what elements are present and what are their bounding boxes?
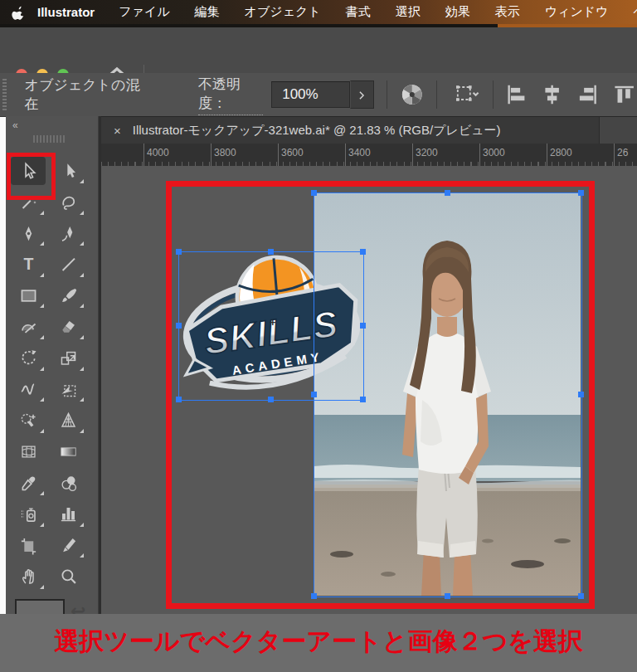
align-left-button[interactable]	[503, 82, 529, 107]
hruler-label: 4000	[147, 147, 169, 158]
blend-tool[interactable]	[51, 469, 85, 497]
apple-icon[interactable]	[12, 4, 26, 21]
gradient-tool-icon	[59, 442, 78, 461]
control-bar: オブジェクトの混在 不透明度： 100%	[0, 73, 637, 118]
line-segment-tool-icon	[59, 255, 78, 274]
desktop-background-strip	[0, 117, 6, 614]
menu-app-name[interactable]: Illustrator	[26, 5, 106, 19]
menu-bar: Illustrator ファイル編集オブジェクト書式選択効果表示ウィンドウヘルプ	[0, 0, 637, 24]
caption-bar: 選択ツールでベクターアートと画像２つを選択	[0, 614, 637, 672]
transform-options-button[interactable]	[450, 82, 483, 107]
free-transform-tool-icon	[59, 380, 78, 399]
menu-item-ヘルプ[interactable]: ヘルプ	[620, 4, 637, 20]
horizontal-ruler[interactable]: 400038003600340032003000280026	[101, 144, 637, 167]
artboard-tool[interactable]	[11, 531, 46, 559]
perspective-grid-tool-icon	[59, 411, 78, 430]
shape-builder-tool-icon	[19, 411, 38, 430]
pen-tool-icon	[19, 224, 38, 243]
hruler-label: 2800	[550, 147, 572, 158]
slice-tool[interactable]	[51, 531, 85, 559]
zoom-tool[interactable]	[51, 562, 85, 591]
menu-item-選択[interactable]: 選択	[383, 4, 433, 20]
align-top-button[interactable]	[611, 82, 637, 107]
scale-tool[interactable]	[51, 344, 85, 373]
type-tool-icon: T	[19, 255, 38, 274]
annotation-selection-tool-box	[7, 153, 56, 200]
lasso-tool-icon	[59, 192, 78, 212]
opacity-link[interactable]: 不透明度：	[198, 75, 263, 115]
eyedropper-tool[interactable]	[11, 469, 46, 497]
tools-panel-grip[interactable]	[33, 135, 65, 143]
hruler-label: 26	[617, 147, 628, 158]
free-transform-tool[interactable]	[51, 375, 85, 403]
hruler-label: 3200	[416, 147, 438, 158]
document-title: Illustrator-モックアップ-321web.ai* @ 21.83 % …	[133, 123, 501, 139]
paintbrush-tool[interactable]	[51, 281, 85, 309]
shaper-tool[interactable]	[11, 313, 46, 341]
column-graph-tool-icon	[59, 504, 78, 523]
pen-tool[interactable]	[11, 219, 46, 247]
menu-item-編集[interactable]: 編集	[182, 4, 232, 20]
rectangle-tool[interactable]	[11, 281, 46, 309]
divider	[436, 80, 437, 109]
symbol-sprayer-tool[interactable]	[11, 500, 46, 528]
opacity-input[interactable]: 100%	[271, 81, 350, 108]
line-segment-tool[interactable]	[51, 251, 85, 279]
menu-item-ウィンドウ[interactable]: ウィンドウ	[532, 4, 621, 20]
menu-item-オブジェクト[interactable]: オブジェクト	[232, 4, 333, 20]
rectangle-tool-icon	[19, 286, 38, 305]
gradient-tool[interactable]	[51, 437, 85, 465]
panel-label: オブジェクトの混在	[25, 75, 143, 114]
divider	[387, 80, 387, 109]
width-tool[interactable]	[11, 375, 46, 403]
mesh-tool-icon	[19, 442, 38, 461]
column-graph-tool[interactable]	[51, 500, 85, 528]
close-icon[interactable]: ×	[114, 124, 121, 138]
hruler-label: 3600	[281, 147, 304, 158]
rotate-tool[interactable]	[11, 344, 46, 373]
width-tool-icon	[19, 380, 38, 399]
eraser-tool[interactable]	[51, 313, 85, 341]
menu-item-書式[interactable]: 書式	[333, 4, 383, 20]
paintbrush-tool-icon	[59, 286, 78, 305]
hand-tool[interactable]	[11, 562, 46, 591]
title-bar	[0, 27, 637, 73]
shaper-tool-icon	[19, 318, 38, 337]
zoom-tool-icon	[59, 567, 78, 586]
document-tab[interactable]: × Illustrator-モックアップ-321web.ai* @ 21.83 …	[101, 117, 600, 144]
perspective-grid-tool[interactable]	[51, 407, 85, 435]
slice-tool-icon	[59, 536, 78, 555]
document-tab-bar: × Illustrator-モックアップ-321web.ai* @ 21.83 …	[101, 116, 637, 144]
hruler-label: 3400	[348, 147, 371, 158]
curvature-tool[interactable]	[51, 219, 85, 247]
collapse-panel-button[interactable]: «	[12, 119, 17, 131]
caption-text: 選択ツールでベクターアートと画像２つを選択	[54, 625, 583, 659]
symbol-sprayer-tool-icon	[19, 504, 38, 523]
artboard-tool-icon	[19, 536, 38, 555]
divider	[493, 80, 494, 109]
panel-grip[interactable]	[2, 79, 7, 110]
type-tool[interactable]: T	[11, 251, 46, 279]
mesh-tool[interactable]	[11, 437, 46, 465]
align-center-button[interactable]	[539, 82, 565, 107]
hruler-label: 3800	[214, 147, 236, 158]
illustrator-window: Illustrator ファイル編集オブジェクト書式選択効果表示ウィンドウヘルプ…	[0, 0, 637, 672]
scale-tool-icon	[59, 348, 78, 368]
hruler-label: 3000	[483, 147, 505, 158]
curvature-tool-icon	[59, 224, 78, 243]
eyedropper-tool-icon	[19, 474, 38, 493]
shape-builder-tool[interactable]	[11, 407, 46, 435]
eraser-tool-icon	[59, 318, 78, 337]
opacity-dropdown-button[interactable]	[350, 80, 374, 109]
menu-item-効果[interactable]: 効果	[433, 4, 483, 20]
chevron-right-icon	[356, 89, 367, 100]
align-right-button[interactable]	[575, 82, 601, 107]
hand-tool-icon	[19, 567, 38, 586]
annotation-rectangle	[166, 181, 595, 609]
menu-item-表示[interactable]: 表示	[483, 4, 532, 20]
recolor-artwork-button[interactable]	[401, 82, 424, 107]
svg-text:T: T	[23, 256, 33, 274]
direct-selection-tool[interactable]	[51, 157, 85, 185]
menu-item-ファイル[interactable]: ファイル	[106, 4, 182, 20]
lasso-tool[interactable]	[51, 188, 85, 217]
